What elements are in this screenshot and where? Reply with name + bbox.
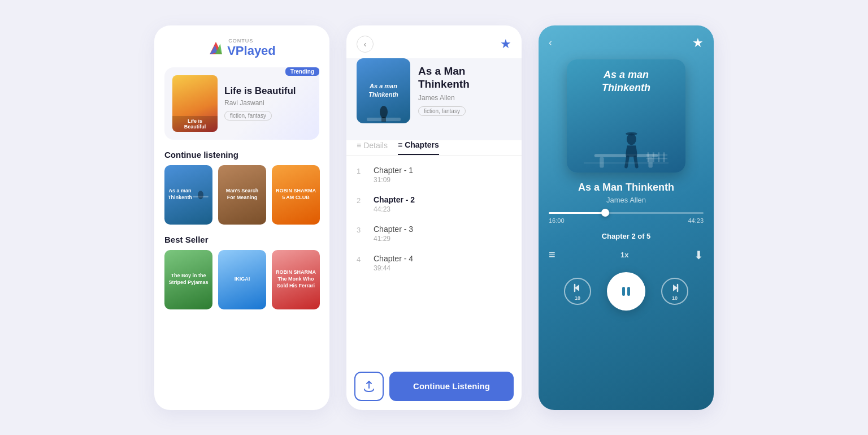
trending-badge: Trending xyxy=(285,67,319,76)
tab-details[interactable]: ≡ Details xyxy=(357,140,388,155)
ch-duration-2: 44:23 xyxy=(374,205,511,213)
bench-silhouette-svg xyxy=(584,122,669,173)
tab-chapters-icon: ≡ xyxy=(398,140,402,149)
best-seller-row: The Boy in the Striped Pyjamas IKIGAI RO… xyxy=(164,250,319,309)
svg-rect-21 xyxy=(627,287,630,296)
chapters-list: 1 Chapter - 1 31:09 2 Chapter - 2 44:23 … xyxy=(346,156,522,365)
continue-listening-button[interactable]: Continue Listening xyxy=(389,372,514,401)
book-thumb-3[interactable]: ROBIN SHARMA5 AM CLUB xyxy=(272,165,320,225)
book-thumb-2[interactable]: Man's Search For Meaning xyxy=(218,165,266,225)
p3-favorite-button[interactable]: ★ xyxy=(692,36,704,50)
hero-cover-text: As a manThinkenth xyxy=(368,82,398,100)
skip-forward-label: 10 xyxy=(672,295,678,301)
tabs: ≡ Details ≡ Chapters xyxy=(346,140,522,156)
logo-brand: CONTUS xyxy=(228,38,253,44)
speed-button[interactable]: 1x xyxy=(620,251,628,259)
logo-icon xyxy=(208,40,224,56)
book-cover-3: ROBIN SHARMA5 AM CLUB xyxy=(272,165,320,225)
progress-total: 44:23 xyxy=(688,217,704,224)
featured-book-cover: Life isBeautiful xyxy=(172,75,218,132)
ch-num-4: 4 xyxy=(357,255,367,264)
progress-current: 16:00 xyxy=(549,217,565,224)
svg-point-6 xyxy=(380,106,388,118)
featured-info: Trending Life is Beautiful Ravi Jaswani … xyxy=(224,75,311,120)
featured-cover-text: Life isBeautiful xyxy=(172,116,218,132)
ch-num-2: 2 xyxy=(357,196,367,205)
progress-thumb[interactable] xyxy=(601,209,609,217)
hero-info: As a Man Thinkenth James Allen fiction, … xyxy=(418,65,511,116)
skip-forward-button[interactable]: 10 xyxy=(661,278,688,305)
download-icon[interactable]: ⬇ xyxy=(694,248,704,262)
svg-point-4 xyxy=(198,191,203,199)
ch-duration-3: 41:29 xyxy=(374,235,511,243)
featured-card[interactable]: Life isBeautiful Trending Life is Beauti… xyxy=(164,67,319,140)
progress-bar-fill xyxy=(549,212,605,214)
album-art: As a manThinkenth xyxy=(567,59,685,173)
playlist-icon[interactable]: ≡ xyxy=(549,248,555,261)
book-cover-2: Man's Search For Meaning xyxy=(218,165,266,225)
ch-name-2: Chapter - 2 xyxy=(374,195,511,204)
best-cover-3: ROBIN SHARMA The Monk Who Sold His Ferra… xyxy=(272,250,320,309)
chapter-item-4[interactable]: 4 Chapter - 4 39:44 xyxy=(346,248,522,278)
p3-header: ‹ ★ xyxy=(549,36,704,50)
best-thumb-1[interactable]: The Boy in the Striped Pyjamas xyxy=(164,250,212,309)
tab-chapters-label: Chapters xyxy=(405,140,439,149)
continue-listening-row: As a manThinkenth Man's Search For Meani… xyxy=(164,165,319,225)
ch-num-3: 3 xyxy=(357,226,367,234)
ch-info-1: Chapter - 1 31:09 xyxy=(374,166,511,184)
hero-title: As a Man Thinkenth xyxy=(418,65,511,91)
book-cover-1: As a manThinkenth xyxy=(164,165,212,225)
skip-forward-icon xyxy=(669,282,681,294)
continue-listening-title: Continue listening xyxy=(164,150,319,160)
album-art-title: As a manThinkenth xyxy=(567,68,685,95)
controls-row: ≡ 1x ⬇ xyxy=(549,248,704,262)
pause-button[interactable] xyxy=(607,272,645,311)
featured-genre: fiction, fantasy xyxy=(224,111,272,120)
svg-rect-16 xyxy=(658,152,659,162)
skip-back-button[interactable]: 10 xyxy=(564,278,591,305)
chapter-item-3[interactable]: 3 Chapter - 3 41:29 xyxy=(346,219,522,248)
chapter-item-1[interactable]: 1 Chapter - 1 31:09 xyxy=(346,160,522,189)
svg-rect-7 xyxy=(381,117,386,122)
chapter-item-2[interactable]: 2 Chapter - 2 44:23 xyxy=(346,189,522,219)
tab-chapters[interactable]: ≡ Chapters xyxy=(398,140,439,155)
svg-point-12 xyxy=(626,132,637,135)
panel2-header: ‹ ★ xyxy=(346,25,522,58)
ch-duration-1: 31:09 xyxy=(374,176,511,184)
book-hero: As a manThinkenth As a Man Thinkenth Jam… xyxy=(346,58,522,131)
tab-details-label: Details xyxy=(363,141,388,150)
back-icon: ‹ xyxy=(364,40,367,49)
ch-info-3: Chapter - 3 41:29 xyxy=(374,225,511,243)
back-button[interactable]: ‹ xyxy=(357,36,374,53)
album-art-figure xyxy=(567,110,685,173)
ch-duration-4: 39:44 xyxy=(374,264,511,272)
best-cover-2: IKIGAI xyxy=(218,250,266,309)
svg-rect-17 xyxy=(663,152,665,162)
ch-info-2: Chapter - 2 44:23 xyxy=(374,195,511,213)
ch-name-4: Chapter - 4 xyxy=(374,254,511,263)
progress-bar-wrap[interactable]: 16:00 44:23 xyxy=(549,212,704,224)
logo-name: VPlayed xyxy=(227,44,276,58)
progress-bar-track[interactable] xyxy=(549,212,704,214)
upload-icon xyxy=(362,380,376,393)
p3-book-title: As a Man Thinkenth xyxy=(578,182,674,193)
best-thumb-3[interactable]: ROBIN SHARMA The Monk Who Sold His Ferra… xyxy=(272,250,320,309)
play-row: 10 10 xyxy=(549,272,704,311)
book-thumb-1[interactable]: As a manThinkenth xyxy=(164,165,212,225)
skip-back-icon xyxy=(571,282,584,294)
ch-num-1: 1 xyxy=(357,167,367,175)
featured-title: Life is Beautiful xyxy=(224,85,311,97)
panel-home: CONTUS VPlayed Life isBeautiful Trending… xyxy=(154,25,329,410)
best-thumb-2[interactable]: IKIGAI xyxy=(218,250,266,309)
upload-button[interactable] xyxy=(354,372,384,401)
svg-rect-15 xyxy=(653,152,654,162)
progress-times: 16:00 44:23 xyxy=(549,217,704,224)
p3-back-button[interactable]: ‹ xyxy=(549,37,552,49)
svg-rect-9 xyxy=(600,157,604,167)
hero-author: James Allen xyxy=(418,94,511,102)
favorite-button[interactable]: ★ xyxy=(500,37,511,51)
svg-rect-20 xyxy=(622,287,625,296)
tab-details-icon: ≡ xyxy=(357,141,361,150)
chapter-indicator: Chapter 2 of 5 xyxy=(602,232,651,240)
skip-back-label: 10 xyxy=(575,295,580,301)
